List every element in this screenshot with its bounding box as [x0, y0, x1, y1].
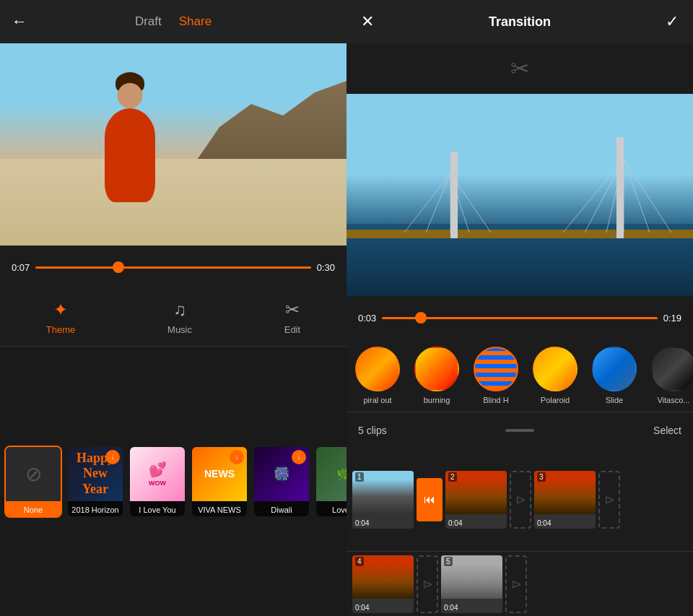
sand-area [0, 159, 346, 246]
start-time: 0:07 [12, 262, 30, 273]
transition-vitasco-circle [651, 347, 693, 391]
select-button[interactable]: Select [653, 425, 681, 436]
transition-slide-circle [592, 347, 637, 391]
edit-icon: ✂ [285, 300, 300, 320]
right-timeline-thumb[interactable] [415, 312, 427, 324]
timeline-thumb[interactable] [113, 261, 124, 273]
theme-none-thumb: ⊘ [6, 447, 61, 501]
right-timeline-track[interactable] [382, 317, 657, 319]
theme-icon: ✦ [53, 300, 68, 320]
svg-line-5 [563, 159, 624, 233]
clips-strip: 1 0:04 ⏮ 2 0:04 ⊳ 3 0:04 ⊳ [346, 448, 693, 551]
theme-none-label: None [6, 501, 61, 518]
transition-vitasco[interactable]: Vitasco... [648, 347, 693, 404]
theme-label: Theme [46, 324, 75, 335]
share-label[interactable]: Share [179, 14, 212, 29]
clip-4[interactable]: 4 0:04 [352, 555, 414, 613]
left-timeline: 0:07 0:30 [0, 246, 346, 289]
clip-3[interactable]: 3 0:04 [534, 471, 596, 529]
no-theme-icon: ⊘ [25, 462, 42, 486]
svg-line-9 [624, 159, 650, 233]
theme-lovely[interactable]: 🌿 Lovely [315, 446, 346, 518]
theme-tool[interactable]: ✦ Theme [46, 300, 75, 335]
add-clip-after-5[interactable]: ⊳ [505, 555, 527, 613]
theme-none[interactable]: ⊘ None [4, 446, 62, 518]
right-preview [346, 94, 693, 296]
person-head [118, 83, 143, 108]
clip-2[interactable]: 2 0:04 [445, 471, 507, 529]
drag-handle[interactable] [505, 429, 534, 432]
clip-4-number: 4 [355, 557, 364, 566]
left-header: ← Draft Share [0, 0, 346, 43]
transition-spiral-circle [355, 347, 400, 391]
svg-line-4 [450, 173, 491, 233]
download-badge-diwali: ↓ [292, 450, 306, 464]
music-icon: ♫ [173, 300, 186, 320]
clip-5-number: 5 [444, 557, 453, 566]
clip-1-number: 1 [355, 472, 364, 482]
edit-label: Edit [284, 324, 300, 335]
theme-lovely-label: Lovely [316, 501, 346, 518]
theme-vivanews[interactable]: NEWS ↓ VIVA NEWS [191, 446, 248, 518]
clips-count: 5 clips [358, 425, 387, 436]
clip-5-duration: 0:04 [444, 604, 458, 612]
transition-vitasco-label: Vitasco... [657, 396, 689, 404]
music-tool[interactable]: ♫ Music [167, 300, 192, 335]
end-time: 0:30 [317, 262, 335, 273]
clip-5[interactable]: 5 0:04 [441, 555, 502, 613]
themes-strip: ⊘ None HappyNewYear ↓ 2018 Horizon 💕 WOW… [0, 347, 346, 616]
transition-burning[interactable]: burning [411, 347, 462, 404]
back-button[interactable]: ← [12, 12, 27, 31]
confirm-button[interactable]: ✓ [666, 12, 679, 31]
transition-slide[interactable]: Slide [589, 347, 640, 404]
right-timeline: 0:03 0:19 [346, 296, 693, 339]
svg-line-0 [404, 173, 450, 233]
music-label: Music [167, 324, 192, 335]
clips-header: 5 clips Select [346, 412, 693, 448]
svg-line-10 [624, 159, 671, 233]
download-badge: ↓ [105, 450, 120, 464]
theme-lovely-thumb: 🌿 [316, 447, 346, 501]
theme-2018horizon-thumb: HappyNewYear ↓ [68, 447, 123, 501]
theme-vivanews-label: VIVA NEWS [192, 501, 247, 518]
clip-3-duration: 0:04 [537, 519, 551, 527]
download-badge-news: ↓ [230, 450, 244, 464]
transition-blindh-circle [474, 347, 518, 391]
theme-vivanews-thumb: NEWS ↓ [192, 447, 247, 501]
theme-2018horizon-label: 2018 Horizon [68, 501, 123, 518]
theme-iloveyou-thumb: 💕 WOW [130, 447, 185, 501]
right-header: ✕ Transition ✓ [346, 0, 693, 43]
transition-btn-1-2[interactable]: ⏮ [417, 478, 443, 521]
theme-diwali-thumb: 🎆 ↓ [254, 447, 309, 501]
theme-iloveyou[interactable]: 💕 WOW I Love You [128, 446, 186, 518]
transition-polaroid-circle [533, 347, 578, 391]
add-clip-after-3[interactable]: ⊳ [598, 471, 620, 529]
svg-line-3 [450, 173, 469, 233]
panel-title: Transition [489, 14, 551, 30]
close-button[interactable]: ✕ [361, 12, 374, 31]
theme-diwali[interactable]: 🎆 ↓ Diwali [253, 446, 310, 518]
transition-polaroid-label: Polaroid [541, 396, 570, 404]
theme-2018horizon[interactable]: HappyNewYear ↓ 2018 Horizon [66, 446, 124, 518]
transition-blindh[interactable]: Blind H [471, 347, 521, 404]
bridge-cables-svg [346, 94, 693, 296]
edit-tool[interactable]: ✂ Edit [284, 300, 300, 335]
transition-burning-circle [414, 347, 459, 391]
transition-spiral-label: piral out [363, 396, 391, 404]
clip-2-number: 2 [448, 472, 457, 482]
transition-blindh-label: Blind H [483, 396, 508, 404]
draft-label: Draft [135, 14, 162, 29]
transition-polaroid[interactable]: Polaroid [530, 347, 580, 404]
transitions-row: piral out burning Blind H Polaroid Slide… [346, 339, 693, 412]
add-clip-after-4[interactable]: ⊳ [417, 555, 438, 613]
svg-line-6 [585, 159, 624, 233]
clip-1-duration: 0:04 [355, 519, 369, 527]
timeline-track[interactable] [35, 266, 310, 269]
right-start-time: 0:03 [358, 313, 376, 324]
clip-1[interactable]: 1 0:04 [352, 471, 414, 529]
left-panel: ← Draft Share 0:07 0:30 ✦ Theme [0, 0, 346, 616]
transition-spiral-out[interactable]: piral out [352, 347, 403, 404]
person-figure [87, 87, 173, 202]
cliff-shape [188, 58, 346, 173]
add-clip-after-2[interactable]: ⊳ [510, 471, 531, 529]
